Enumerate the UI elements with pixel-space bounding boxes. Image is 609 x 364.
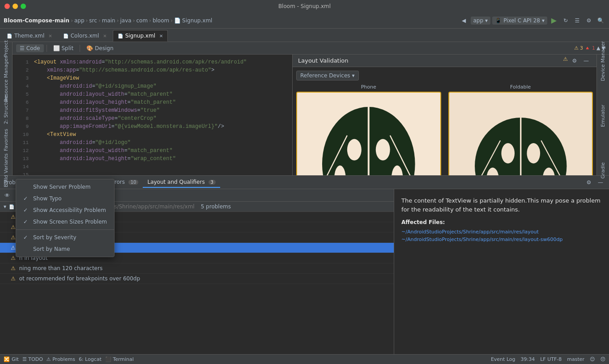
app-dropdown-label: app	[473, 17, 484, 24]
tab-layout-qualifiers[interactable]: Layout and Qualifiers 3	[143, 177, 220, 188]
todo-label: TODO	[28, 356, 43, 362]
device-dropdown[interactable]: 📱 Pixel C API 28 ▾	[492, 17, 547, 25]
close-tab-theme[interactable]: ✕	[48, 34, 52, 38]
menu-show-typo[interactable]: ✓ Show Typo	[16, 193, 114, 204]
app-dropdown[interactable]: app ▾	[471, 17, 491, 25]
back-nav-icon[interactable]: ◀	[459, 16, 469, 25]
breadcrumb-src[interactable]: src	[89, 17, 97, 24]
sad-emoji: 😞	[600, 356, 605, 362]
git-status[interactable]: 🔀 Git	[4, 356, 19, 362]
menu-sort-severity[interactable]: ✓ Sort by Severity	[16, 232, 114, 243]
settings-nav-icon[interactable]: ⚙	[584, 16, 594, 25]
problem-item-7[interactable]: ⚠ ot recommended for breakpoints over 60…	[0, 274, 394, 284]
affected-link-2[interactable]: ~/AndroidStudioProjects/Shrine/app/src/m…	[401, 237, 602, 242]
code-view-button[interactable]: ☰ Code	[16, 44, 44, 52]
menu-show-server-problem[interactable]: Show Server Problem	[16, 189, 114, 193]
phone-frame: Bloom	[296, 92, 441, 175]
structure-icon[interactable]: 2: Structure	[1, 105, 11, 114]
run-button[interactable]: ▶	[549, 16, 559, 25]
code-content[interactable]: <layout xmlns:android="http://schemas.an…	[30, 55, 292, 175]
close-tab-signup[interactable]: ✕	[159, 34, 163, 38]
affected-link-1[interactable]: ~/AndroidStudioProjects/Shrine/app/src/m…	[401, 229, 602, 235]
terminal-icon: ⬛	[105, 356, 111, 362]
minimize-right-icon[interactable]: —	[581, 56, 591, 66]
right-header-icons: ⚠ ⚙ —	[563, 56, 591, 66]
dropdown-menu: Show Server Problem ✓ Show Typo ✓ Show A…	[16, 189, 115, 257]
design-view-button[interactable]: 🎨 Design	[83, 44, 117, 52]
close-button[interactable]	[4, 4, 10, 9]
menu-sort-name-label: Sort by Name	[33, 246, 70, 252]
layout-validation-header: Layout Validation ⚠ ⚙ —	[293, 55, 596, 67]
search-icon[interactable]: 🔍	[596, 16, 605, 25]
todo-icon: ☰	[22, 356, 27, 362]
favorites-icon[interactable]: Favorites	[1, 135, 11, 145]
resource-manager-icon[interactable]: Resource Manager	[1, 74, 11, 84]
svg-point-3	[376, 139, 390, 161]
build-variants-icon[interactable]: Build Variants	[1, 165, 11, 175]
devices-grid: Phone	[296, 84, 593, 175]
problem-item-6[interactable]: ⚠ ning more than 120 characters	[0, 263, 394, 274]
filter-icon[interactable]: 👁	[3, 191, 12, 200]
emulator-icon[interactable]: Emulator	[598, 111, 608, 121]
breadcrumb-bloom[interactable]: bloom	[153, 17, 169, 24]
expand-icon[interactable]: ▾	[4, 203, 6, 210]
detail-description: The content of TextView is partially hid…	[401, 196, 602, 214]
svg-point-15	[527, 143, 540, 164]
breadcrumb-main[interactable]: main	[102, 17, 115, 24]
code-line-13: android:id="@+id/logo"	[34, 139, 289, 147]
ref-devices-label: Reference Devices	[300, 72, 350, 79]
menu-separator	[16, 229, 114, 230]
foldable-device-card: Foldable	[448, 84, 593, 175]
breadcrumb-java[interactable]: java	[120, 17, 132, 24]
breadcrumb-file[interactable]: 📄 Signup.xml	[174, 17, 212, 24]
favorites-label: Favorites	[3, 129, 9, 151]
phone-device-card: Phone	[296, 84, 441, 175]
code-icon: ☰	[20, 45, 25, 51]
gradle-icon[interactable]: Gradle	[598, 165, 608, 175]
split-view-button[interactable]: ⬜ Split	[50, 44, 77, 52]
close-tab-colors[interactable]: ✕	[103, 34, 106, 38]
logcat-label: 6: Logcat	[79, 356, 102, 362]
tab-icon-signup: 📄	[118, 34, 123, 38]
problems-minimize-icon[interactable]: —	[596, 178, 605, 187]
minimize-button[interactable]	[13, 4, 18, 9]
device-manager-label: Device Manager	[600, 41, 606, 81]
todo-status[interactable]: ☰ TODO	[22, 356, 43, 362]
tab-icon-theme: 📄	[7, 34, 12, 38]
breadcrumb-project[interactable]: Bloom-Compose-main	[4, 17, 69, 24]
code-line-8: android:fitSystemWindows="true"	[34, 106, 289, 114]
device-dropdown-arrow: ▾	[542, 17, 545, 24]
device-manager-icon[interactable]: Device Manager	[598, 56, 608, 66]
tab-signup-xml[interactable]: 📄 Signup.xml ✕	[113, 30, 168, 42]
code-editor[interactable]: 12345 678910 1112131415 <layout xmlns:an…	[13, 55, 292, 175]
settings-right-icon[interactable]: ⚙	[570, 56, 579, 66]
terminal-status[interactable]: ⬛ Terminal	[105, 356, 134, 362]
breadcrumb-app[interactable]: app	[74, 17, 85, 24]
branch-name: master	[567, 356, 584, 362]
maximize-button[interactable]	[21, 4, 26, 9]
event-log-link[interactable]: Event Log	[491, 356, 515, 362]
file-icon: 📄	[174, 17, 181, 24]
menu-sort-name[interactable]: Sort by Name	[16, 243, 114, 255]
code-line-6: android:layout_width="match_parent"	[34, 90, 289, 98]
tab-colors-xml[interactable]: 📄 Colors.xml ✕	[58, 30, 112, 42]
menu-show-accessibility-label: Show Accessibility Problem	[33, 207, 106, 213]
problems-status[interactable]: ⚠ Problems	[47, 356, 75, 362]
code-line-7: android:layout_height="match_parent"	[34, 98, 289, 106]
menu-show-accessibility[interactable]: ✓ Show Accessibility Problem	[16, 204, 114, 216]
menu-show-server-label: Show Server Problem	[33, 189, 90, 190]
menu-show-screen-sizes[interactable]: ✓ Show Screen Sizes Problem	[16, 216, 114, 228]
breadcrumb: Bloom-Compose-main › app › src › main › …	[4, 17, 212, 24]
rerun-icon[interactable]: ↻	[561, 16, 571, 25]
svg-point-14	[501, 143, 515, 164]
problems-detail: The content of TextView is partially hid…	[394, 189, 609, 354]
logcat-status[interactable]: 6: Logcat	[79, 356, 102, 362]
breadcrumb-com[interactable]: com	[136, 17, 148, 24]
reference-devices-button[interactable]: Reference Devices ▾	[296, 71, 359, 80]
problems-settings-icon[interactable]: ⚙	[584, 178, 594, 187]
tab-theme-xml[interactable]: 📄 Theme.xml ✕	[2, 30, 57, 42]
window-controls[interactable]	[4, 4, 26, 9]
code-line-2: xmlns:app="http://schemas.android.com/ap…	[34, 66, 289, 74]
project-sidebar-icon[interactable]: Project	[1, 44, 11, 54]
menu-icon[interactable]: ☰	[572, 16, 582, 25]
